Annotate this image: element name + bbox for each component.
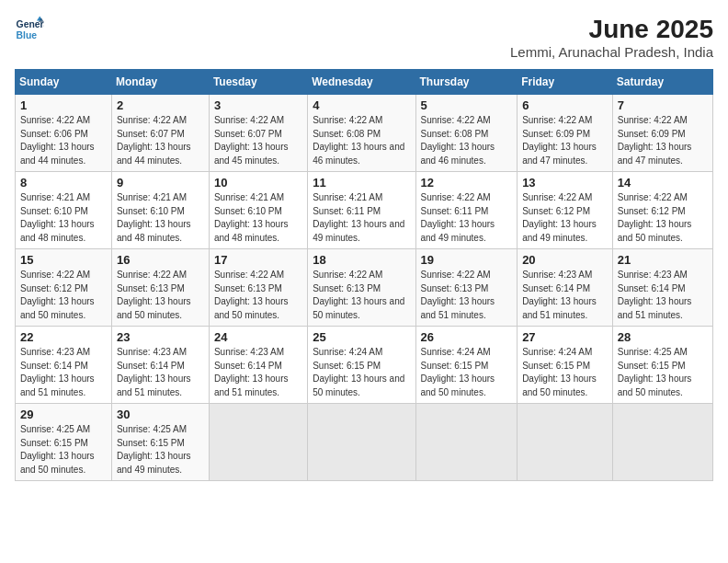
table-row: 19 Sunrise: 4:22 AMSunset: 6:13 PMDaylig… <box>415 249 518 327</box>
col-monday: Monday <box>111 70 209 95</box>
day-info: Sunrise: 4:23 AMSunset: 6:14 PMDaylight:… <box>214 347 289 397</box>
day-info: Sunrise: 4:24 AMSunset: 6:15 PMDaylight:… <box>313 347 404 397</box>
title-area: June 2025 Lemmi, Arunachal Pradesh, Indi… <box>510 15 713 60</box>
calendar-week-row: 8 Sunrise: 4:21 AMSunset: 6:10 PMDayligh… <box>16 172 713 249</box>
day-info: Sunrise: 4:23 AMSunset: 6:14 PMDaylight:… <box>20 347 95 397</box>
day-number: 26 <box>421 330 513 344</box>
header-row: Sunday Monday Tuesday Wednesday Thursday… <box>16 70 713 95</box>
day-number: 13 <box>522 176 608 190</box>
day-number: 29 <box>20 408 107 421</box>
table-row: 22 Sunrise: 4:23 AMSunset: 6:14 PMDaylig… <box>16 327 112 404</box>
calendar-table: Sunday Monday Tuesday Wednesday Thursday… <box>15 69 713 481</box>
table-row: 14 Sunrise: 4:22 AMSunset: 6:12 PMDaylig… <box>612 172 712 249</box>
day-number: 11 <box>313 176 410 190</box>
day-info: Sunrise: 4:21 AMSunset: 6:10 PMDaylight:… <box>214 192 289 243</box>
day-number: 10 <box>214 176 302 190</box>
table-row: 3 Sunrise: 4:22 AMSunset: 6:07 PMDayligh… <box>209 95 307 172</box>
table-row: 2 Sunrise: 4:22 AMSunset: 6:07 PMDayligh… <box>111 95 209 172</box>
table-row <box>308 404 415 481</box>
day-number: 5 <box>421 98 513 112</box>
day-number: 24 <box>214 330 302 344</box>
table-row: 1 Sunrise: 4:22 AMSunset: 6:06 PMDayligh… <box>16 95 112 172</box>
day-info: Sunrise: 4:22 AMSunset: 6:12 PMDaylight:… <box>618 192 692 243</box>
logo: General Blue <box>15 15 44 44</box>
day-info: Sunrise: 4:22 AMSunset: 6:13 PMDaylight:… <box>313 270 404 320</box>
day-info: Sunrise: 4:21 AMSunset: 6:10 PMDaylight:… <box>117 192 191 243</box>
svg-text:Blue: Blue <box>17 30 38 40</box>
day-number: 6 <box>522 98 608 112</box>
col-friday: Friday <box>518 70 613 95</box>
table-row: 12 Sunrise: 4:22 AMSunset: 6:11 PMDaylig… <box>415 172 518 249</box>
page-title: June 2025 <box>510 15 713 44</box>
day-number: 21 <box>618 253 708 267</box>
day-info: Sunrise: 4:22 AMSunset: 6:12 PMDaylight:… <box>20 270 95 320</box>
day-number: 28 <box>618 330 708 344</box>
day-info: Sunrise: 4:22 AMSunset: 6:09 PMDaylight:… <box>522 115 597 166</box>
calendar-week-row: 22 Sunrise: 4:23 AMSunset: 6:14 PMDaylig… <box>16 327 713 404</box>
table-row: 5 Sunrise: 4:22 AMSunset: 6:08 PMDayligh… <box>415 95 518 172</box>
day-info: Sunrise: 4:24 AMSunset: 6:15 PMDaylight:… <box>421 347 495 397</box>
day-info: Sunrise: 4:22 AMSunset: 6:13 PMDaylight:… <box>421 270 495 320</box>
day-number: 12 <box>421 176 513 190</box>
table-row <box>612 404 712 481</box>
table-row: 27 Sunrise: 4:24 AMSunset: 6:15 PMDaylig… <box>518 327 613 404</box>
table-row: 6 Sunrise: 4:22 AMSunset: 6:09 PMDayligh… <box>518 95 613 172</box>
day-number: 9 <box>117 176 204 190</box>
page-subtitle: Lemmi, Arunachal Pradesh, India <box>510 44 713 60</box>
day-info: Sunrise: 4:22 AMSunset: 6:08 PMDaylight:… <box>313 115 404 166</box>
day-number: 8 <box>20 176 107 190</box>
day-number: 14 <box>618 176 708 190</box>
table-row: 26 Sunrise: 4:24 AMSunset: 6:15 PMDaylig… <box>415 327 518 404</box>
day-number: 20 <box>522 253 608 267</box>
day-info: Sunrise: 4:22 AMSunset: 6:08 PMDaylight:… <box>421 115 495 166</box>
table-row: 25 Sunrise: 4:24 AMSunset: 6:15 PMDaylig… <box>308 327 415 404</box>
calendar-week-row: 1 Sunrise: 4:22 AMSunset: 6:06 PMDayligh… <box>16 95 713 172</box>
day-number: 27 <box>522 330 608 344</box>
table-row: 30 Sunrise: 4:25 AMSunset: 6:15 PMDaylig… <box>111 404 209 481</box>
day-number: 1 <box>20 98 107 112</box>
table-row: 20 Sunrise: 4:23 AMSunset: 6:14 PMDaylig… <box>518 249 613 327</box>
day-number: 4 <box>313 98 410 112</box>
table-row: 10 Sunrise: 4:21 AMSunset: 6:10 PMDaylig… <box>209 172 307 249</box>
day-number: 2 <box>117 98 204 112</box>
day-info: Sunrise: 4:21 AMSunset: 6:10 PMDaylight:… <box>20 192 95 243</box>
day-number: 18 <box>313 253 410 267</box>
day-number: 7 <box>618 98 708 112</box>
day-number: 16 <box>117 253 204 267</box>
day-number: 3 <box>214 98 302 112</box>
table-row: 4 Sunrise: 4:22 AMSunset: 6:08 PMDayligh… <box>308 95 415 172</box>
day-info: Sunrise: 4:22 AMSunset: 6:06 PMDaylight:… <box>20 115 95 166</box>
day-info: Sunrise: 4:24 AMSunset: 6:15 PMDaylight:… <box>522 347 597 397</box>
day-info: Sunrise: 4:25 AMSunset: 6:15 PMDaylight:… <box>20 424 95 475</box>
day-info: Sunrise: 4:25 AMSunset: 6:15 PMDaylight:… <box>117 424 191 475</box>
day-info: Sunrise: 4:21 AMSunset: 6:11 PMDaylight:… <box>313 192 404 243</box>
table-row: 29 Sunrise: 4:25 AMSunset: 6:15 PMDaylig… <box>16 404 112 481</box>
table-row: 28 Sunrise: 4:25 AMSunset: 6:15 PMDaylig… <box>612 327 712 404</box>
day-info: Sunrise: 4:22 AMSunset: 6:12 PMDaylight:… <box>522 192 597 243</box>
day-info: Sunrise: 4:22 AMSunset: 6:09 PMDaylight:… <box>618 115 692 166</box>
day-info: Sunrise: 4:23 AMSunset: 6:14 PMDaylight:… <box>117 347 191 397</box>
table-row: 8 Sunrise: 4:21 AMSunset: 6:10 PMDayligh… <box>16 172 112 249</box>
day-info: Sunrise: 4:22 AMSunset: 6:11 PMDaylight:… <box>421 192 495 243</box>
col-sunday: Sunday <box>16 70 112 95</box>
table-row: 11 Sunrise: 4:21 AMSunset: 6:11 PMDaylig… <box>308 172 415 249</box>
day-number: 15 <box>20 253 107 267</box>
col-saturday: Saturday <box>612 70 712 95</box>
day-number: 23 <box>117 330 204 344</box>
day-number: 19 <box>421 253 513 267</box>
table-row: 18 Sunrise: 4:22 AMSunset: 6:13 PMDaylig… <box>308 249 415 327</box>
day-info: Sunrise: 4:23 AMSunset: 6:14 PMDaylight:… <box>522 270 597 320</box>
day-number: 17 <box>214 253 302 267</box>
col-tuesday: Tuesday <box>209 70 307 95</box>
day-number: 30 <box>117 408 204 421</box>
day-info: Sunrise: 4:23 AMSunset: 6:14 PMDaylight:… <box>618 270 692 320</box>
table-row: 7 Sunrise: 4:22 AMSunset: 6:09 PMDayligh… <box>612 95 712 172</box>
table-row <box>209 404 307 481</box>
day-info: Sunrise: 4:22 AMSunset: 6:07 PMDaylight:… <box>117 115 191 166</box>
day-info: Sunrise: 4:22 AMSunset: 6:13 PMDaylight:… <box>117 270 191 320</box>
page-header: General Blue June 2025 Lemmi, Arunachal … <box>15 15 713 60</box>
table-row: 16 Sunrise: 4:22 AMSunset: 6:13 PMDaylig… <box>111 249 209 327</box>
table-row: 21 Sunrise: 4:23 AMSunset: 6:14 PMDaylig… <box>612 249 712 327</box>
table-row <box>518 404 613 481</box>
table-row: 23 Sunrise: 4:23 AMSunset: 6:14 PMDaylig… <box>111 327 209 404</box>
